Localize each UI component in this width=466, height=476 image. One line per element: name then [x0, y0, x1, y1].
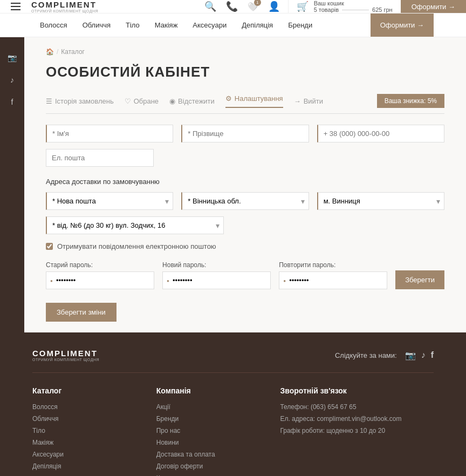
- notify-checkbox[interactable]: [46, 243, 53, 250]
- footer-phone: Телефон: (063) 654 67 65: [280, 403, 434, 411]
- tiktok-icon[interactable]: ♪: [10, 76, 14, 84]
- footer-link-aktsii[interactable]: Акції: [156, 403, 259, 411]
- track-icon: ◉: [169, 97, 175, 105]
- cart-icon: 🛒: [297, 1, 309, 12]
- hamburger-button[interactable]: [8, 0, 23, 13]
- main-content: 🏠 / Каталог ОСОБИСТИЙ КАБІНЕТ ☰ Історія …: [24, 37, 466, 332]
- tab-logout-label: Вийти: [304, 97, 323, 105]
- nav-item-volossya[interactable]: Волосся: [32, 13, 75, 37]
- footer-link-novyny[interactable]: Новини: [156, 439, 259, 446]
- address-section-title: Адреса доставки по замовчуванню: [46, 178, 444, 186]
- page-title: ОСОБИСТИЙ КАБІНЕТ: [46, 64, 444, 80]
- save-changes-button[interactable]: Зберегти зміни: [46, 303, 116, 322]
- cart-detail: 5 товарів 625 грн: [314, 6, 393, 13]
- nav-item-makiyazh[interactable]: Макіяж: [147, 13, 186, 37]
- new-password-input[interactable]: [162, 271, 271, 289]
- repeat-password-label: Повторити пароль:: [279, 261, 387, 269]
- footer-tiktok-icon[interactable]: ♪: [421, 350, 426, 360]
- footer: COMPLIMENT ОТРИМУЙ КОМПЛІМЕНТ ЩОДНЯ Слід…: [0, 332, 466, 476]
- nav-item-accessories[interactable]: Аксесуари: [185, 13, 234, 37]
- footer-link-volossya[interactable]: Волосся: [32, 403, 135, 411]
- personal-info-form: Адреса доставки по замовчуванню * Нова п…: [46, 125, 444, 322]
- footer-link-brendy[interactable]: Бренди: [156, 415, 259, 423]
- tab-favorites[interactable]: ♡ Обране: [125, 97, 159, 105]
- nav-item-depilyatsiya[interactable]: Депіляція: [234, 13, 280, 37]
- footer-link-tilo[interactable]: Тіло: [32, 427, 135, 434]
- new-password-wrap: ●: [162, 271, 271, 289]
- navigation: Волосся Обличчя Тіло Макіяж Аксесуари Де…: [0, 13, 466, 37]
- nav-item-brendy[interactable]: Бренди: [280, 13, 320, 37]
- phone-input[interactable]: [317, 125, 444, 142]
- delivery-method-select[interactable]: * Нова пошта: [46, 192, 173, 210]
- city-select-wrap: м. Винниця ▾: [317, 192, 444, 210]
- discount-label: Ваша знижка: 5%: [385, 97, 437, 105]
- search-icon[interactable]: 🔍: [204, 1, 216, 12]
- tab-settings[interactable]: ⚙ Налаштування: [225, 94, 283, 108]
- footer-logo: COMPLIMENT ОТРИМУЙ КОМПЛІМЕНТ ЩОДНЯ: [32, 349, 99, 362]
- footer-link-depilyatsiya[interactable]: Депіляція: [32, 463, 135, 470]
- nav-item-oblychya[interactable]: Обличчя: [75, 13, 118, 37]
- home-icon[interactable]: 🏠: [46, 48, 54, 56]
- region-select[interactable]: * Вінницька обл.: [181, 192, 309, 210]
- footer-logo-sub: ОТРИМУЙ КОМПЛІМЕНТ ЩОДНЯ: [32, 358, 99, 362]
- footer-social-label: Слідкуйте за нами:: [335, 351, 397, 359]
- notify-checkbox-row: Отримувати повідомлення електронною пошт…: [46, 242, 444, 250]
- settings-icon: ⚙: [225, 94, 232, 103]
- header-left: COMPLIMENT ОТРИМУЙ КОМПЛІМЕНТ ЩОДНЯ: [0, 0, 196, 13]
- logout-icon: →: [294, 97, 301, 105]
- cart-title: Ваш кошик: [314, 0, 393, 6]
- checkout-button[interactable]: Оформити →: [401, 0, 466, 13]
- city-select[interactable]: м. Винниця: [317, 192, 444, 210]
- email-input[interactable]: [46, 149, 154, 167]
- footer-link-makiyazh[interactable]: Макіяж: [32, 439, 135, 446]
- facebook-icon[interactable]: f: [11, 98, 13, 106]
- phone-icon[interactable]: 📞: [226, 1, 238, 12]
- footer-columns: Каталог Волосся Обличчя Тіло Макіяж Аксе…: [32, 386, 434, 476]
- footer-catalog-col: Каталог Волосся Обличчя Тіло Макіяж Аксе…: [32, 386, 135, 476]
- footer-instagram-icon[interactable]: 📷: [405, 350, 416, 361]
- department-select[interactable]: * від. №6 (до 30 кг) вул. Зодчих, 16: [46, 216, 224, 234]
- account-icon[interactable]: 👤: [268, 1, 280, 12]
- logo[interactable]: COMPLIMENT ОТРИМУЙ КОМПЛІМЕНТ ЩОДНЯ: [31, 0, 98, 13]
- address-row-2: * від. №6 (до 30 кг) вул. Зодчих, 16 ▾: [46, 216, 444, 234]
- repeat-password-dot: ●: [283, 278, 286, 283]
- old-password-input[interactable]: [46, 271, 154, 289]
- instagram-icon[interactable]: 📷: [8, 53, 17, 62]
- cart-price: 625 грн: [372, 6, 393, 13]
- tab-settings-label: Налаштування: [235, 94, 283, 103]
- footer-link-dohovir[interactable]: Договір оферти: [156, 463, 259, 470]
- footer-link-pro-nas[interactable]: Про нас: [156, 427, 259, 434]
- first-name-input[interactable]: [46, 125, 173, 142]
- footer-schedule: Графік роботи: щоденно з 10 до 20: [280, 427, 434, 434]
- logo-name: COMPLIMENT: [31, 0, 98, 9]
- repeat-password-input[interactable]: [279, 271, 387, 289]
- footer-link-dostavka[interactable]: Доставка та оплата: [156, 451, 259, 458]
- old-password-wrap: ●: [46, 271, 154, 289]
- tab-logout[interactable]: → Вийти: [294, 97, 323, 105]
- tabs-bar: ☰ Історія замовлень ♡ Обране ◉ Відстежит…: [46, 94, 444, 114]
- discount-badge: Ваша знижка: 5%: [377, 94, 444, 108]
- tab-track[interactable]: ◉ Відстежити: [169, 97, 215, 105]
- new-password-dot: ●: [167, 278, 169, 283]
- save-password-button[interactable]: Зберегти: [395, 270, 444, 289]
- footer-facebook-icon[interactable]: f: [431, 350, 434, 360]
- last-name-input[interactable]: [181, 125, 309, 142]
- repeat-password-wrap: ●: [279, 271, 387, 289]
- old-password-group: Старий пароль: ●: [46, 261, 154, 289]
- nav-checkout[interactable]: Оформити →: [371, 13, 434, 37]
- footer-link-oblychya[interactable]: Обличчя: [32, 415, 135, 423]
- password-section: Старий пароль: ● Новий пароль: ● Повтори…: [46, 261, 444, 289]
- header-icons: 🔍 📞 🤍 1 👤: [196, 0, 288, 13]
- old-password-label: Старий пароль:: [46, 261, 154, 269]
- footer-top: COMPLIMENT ОТРИМУЙ КОМПЛІМЕНТ ЩОДНЯ Слід…: [32, 349, 434, 373]
- nav-item-tilo[interactable]: Тіло: [118, 13, 147, 37]
- tab-history[interactable]: ☰ Історія замовлень: [46, 97, 114, 105]
- wishlist-icon[interactable]: 🤍 1: [248, 2, 258, 12]
- history-icon: ☰: [46, 97, 52, 105]
- sidebar-social: 📷 ♪ f: [0, 37, 24, 332]
- footer-link-accessories[interactable]: Аксесуари: [32, 451, 135, 458]
- address-row-1: * Нова пошта ▾ * Вінницька обл. ▾ м. Вин…: [46, 192, 444, 210]
- repeat-password-group: Повторити пароль: ●: [279, 261, 387, 289]
- footer-logo-name: COMPLIMENT: [32, 349, 99, 358]
- header: COMPLIMENT ОТРИМУЙ КОМПЛІМЕНТ ЩОДНЯ 🔍 📞 …: [0, 0, 466, 13]
